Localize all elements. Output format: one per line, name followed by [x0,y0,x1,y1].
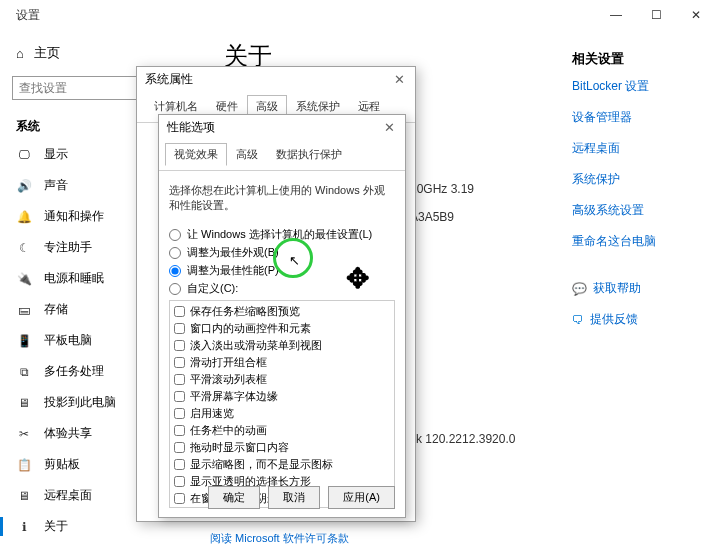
id-fragment: A3A5B9 [410,210,454,224]
visual-effects-list[interactable]: 保存任务栏缩略图预览窗口内的动画控件和元素淡入淡出或滑动菜单到视图滑动打开组合框… [169,300,395,508]
check-4[interactable]: 平滑滚动列表框 [174,371,390,388]
dialog1-title: 系统属性 [145,71,193,88]
dialog2-description: 选择你想在此计算机上使用的 Windows 外观和性能设置。 [169,183,395,213]
nav-icon: 🔔 [16,209,32,225]
nav-label: 平板电脑 [44,332,92,349]
nav-label: 电源和睡眠 [44,270,104,287]
related-link-4[interactable]: 高级系统设置 [572,202,692,219]
nav-label: 远程桌面 [44,487,92,504]
check-2[interactable]: 淡入淡出或滑动菜单到视图 [174,337,390,354]
dialog2-title: 性能选项 [167,119,215,136]
check-5[interactable]: 平滑屏幕字体边缘 [174,388,390,405]
dlg2-tab-0[interactable]: 视觉效果 [165,143,227,166]
nav-label: 存储 [44,301,68,318]
related-link-2[interactable]: 远程桌面 [572,140,692,157]
related-header: 相关设置 [572,50,692,68]
dlg2-tab-2[interactable]: 数据执行保护 [267,143,351,166]
check-8[interactable]: 拖动时显示窗口内容 [174,439,390,456]
nav-icon: 🖥 [16,488,32,504]
check-7[interactable]: 任务栏中的动画 [174,422,390,439]
check-3[interactable]: 滑动打开组合框 [174,354,390,371]
nav-label: 体验共享 [44,425,92,442]
apply-button[interactable]: 应用(A) [328,486,395,509]
nav-label: 多任务处理 [44,363,104,380]
nav-icon: ✂ [16,426,32,442]
help-icon: 💬 [572,282,587,296]
feedback-icon: 🗨 [572,313,584,327]
nav-label: 声音 [44,177,68,194]
related-link-0[interactable]: BitLocker 设置 [572,78,692,95]
nav-icon: 🔊 [16,178,32,194]
related-link-1[interactable]: 设备管理器 [572,109,692,126]
dialog2-close-icon[interactable]: ✕ [381,119,397,135]
minimize-button[interactable]: — [596,1,636,29]
cursor-icon: ↖ [289,253,300,268]
nav-icon: ☾ [16,240,32,256]
cancel-button[interactable]: 取消 [268,486,320,509]
performance-options-dialog: 性能选项 ✕ 视觉效果高级数据执行保护 选择你想在此计算机上使用的 Window… [158,114,406,518]
related-settings: 相关设置 BitLocker 设置设备管理器远程桌面系统保护高级系统设置重命名这… [572,50,692,342]
move-icon: ✥ [346,262,369,295]
home-label: 主页 [34,44,60,62]
check-1[interactable]: 窗口内的动画控件和元素 [174,320,390,337]
nav-label: 剪贴板 [44,456,80,473]
home-icon: ⌂ [16,46,24,61]
ok-button[interactable]: 确定 [208,486,260,509]
nav-icon: 📱 [16,333,32,349]
check-0[interactable]: 保存任务栏缩略图预览 [174,303,390,320]
feedback-link[interactable]: 🗨提供反馈 [572,311,692,328]
related-link-3[interactable]: 系统保护 [572,171,692,188]
get-help-link[interactable]: 💬获取帮助 [572,280,692,297]
nav-icon: 🖴 [16,302,32,318]
nav-icon: 📋 [16,457,32,473]
check-9[interactable]: 显示缩略图，而不是显示图标 [174,456,390,473]
nav-label: 通知和操作 [44,208,104,225]
cpu-info-fragment: 20GHz 3.19 [410,182,474,196]
maximize-button[interactable]: ☐ [636,1,676,29]
dialog1-close-icon[interactable]: ✕ [391,71,407,87]
version-fragment: ck 120.2212.3920.0 [410,432,515,446]
nav-icon: 🖵 [16,147,32,163]
nav-icon: 🔌 [16,271,32,287]
nav-icon: ⧉ [16,364,32,380]
nav-label: 投影到此电脑 [44,394,116,411]
related-link-5[interactable]: 重命名这台电脑 [572,233,692,250]
nav-icon: 🖥 [16,395,32,411]
license-link[interactable]: 阅读 Microsoft 软件许可条款 [210,531,349,546]
home-button[interactable]: ⌂ 主页 [0,38,200,68]
nav-label: 显示 [44,146,68,163]
dlg2-tab-1[interactable]: 高级 [227,143,267,166]
close-button[interactable]: ✕ [676,1,716,29]
nav-label: 专注助手 [44,239,92,256]
nav-label: 关于 [44,518,68,535]
check-6[interactable]: 启用速览 [174,405,390,422]
nav-icon: ℹ [16,519,32,535]
window-title: 设置 [16,7,40,24]
